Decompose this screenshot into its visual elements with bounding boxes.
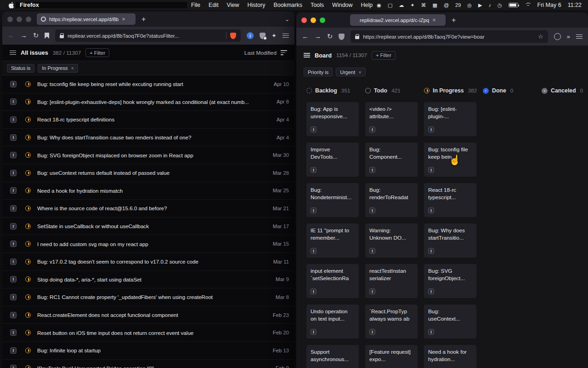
bookmark-icon[interactable] <box>45 33 49 39</box>
wifi-icon[interactable] <box>525 3 531 7</box>
add-filter-button[interactable]: + Filter <box>85 48 109 57</box>
back-button[interactable]: ← <box>302 33 309 40</box>
menubar-date[interactable]: Fri May 6 <box>537 2 561 8</box>
issue-row[interactable]: !Bug: Why does startTransition cause two… <box>2 129 294 147</box>
issue-row[interactable]: !Bug: [eslint-plugin-exhaustive-deps] ho… <box>2 93 294 111</box>
issue-row[interactable]: !Bug: v17.0.2 tag doesn't seem to corres… <box>2 253 294 271</box>
menubar-item-history[interactable]: History <box>243 2 269 8</box>
issue-row[interactable]: !Need a hook for hydration mismatchMar 2… <box>2 182 294 200</box>
command-icon[interactable]: ⌘ <box>421 2 426 8</box>
minimize-window-button[interactable] <box>17 17 22 22</box>
issue-row[interactable]: !Reset button on iOS time input does not… <box>2 324 294 342</box>
issue-card[interactable]: Warning: Unknown DO...! <box>365 224 418 258</box>
minimize-window-button[interactable] <box>311 17 316 23</box>
play-icon[interactable]: ▶ <box>478 2 482 8</box>
window-controls-inactive[interactable] <box>7 17 31 22</box>
issue-card[interactable]: Bug: Why does startTransitio...! <box>424 224 476 258</box>
add-filter-button[interactable]: + Filter <box>372 51 396 60</box>
issue-card[interactable]: `React.PropTyp always warns ab! <box>365 305 418 339</box>
issue-card[interactable]: Need a hook for hydration...! <box>424 345 476 368</box>
shield-badge-icon[interactable] <box>260 33 266 39</box>
browser-menu-icon[interactable] <box>576 34 582 39</box>
issue-row[interactable]: !React 18-rc typescript definitionsApr 4 <box>2 111 294 129</box>
issue-card[interactable]: Bug: App is unresponsive...! <box>306 102 359 136</box>
filter-value-chip[interactable]: Urgent × <box>336 68 365 76</box>
url-bar[interactable]: https://repliear.vercel.app/d/8bTaoq7F0e… <box>351 30 548 43</box>
issue-card[interactable]: Bug: useContext...! <box>424 305 476 339</box>
browser-tab[interactable]: https://repliear.vercel.app/d/8b × <box>37 13 136 25</box>
issue-card[interactable]: Support asynchronous...! <box>306 345 359 368</box>
sort-control[interactable]: Last Modified <box>244 50 287 56</box>
issue-card[interactable]: IE 11 "prompt to remember...! <box>306 224 359 258</box>
cloud-icon[interactable]: ☁ <box>399 2 404 8</box>
sort-icon[interactable] <box>281 50 287 55</box>
issue-card[interactable]: <video /> attribute...! <box>365 102 418 136</box>
menubar-item-tools[interactable]: Tools <box>306 2 328 8</box>
sparkle-icon[interactable]: ✦ <box>410 2 414 8</box>
issue-row[interactable]: ![DevTools Bug] Unsupported Bridge opera… <box>2 360 294 368</box>
issue-row[interactable]: !I need to add custom svg map on my reac… <box>2 235 294 253</box>
issue-row[interactable]: !Where is the source code of react@15.6.… <box>2 200 294 218</box>
clock-icon[interactable]: ◷ <box>498 2 502 8</box>
menubar-item-view[interactable]: View <box>223 2 243 8</box>
tab-close-icon[interactable]: × <box>432 17 436 23</box>
filter-field-chip[interactable]: Priority is <box>304 68 333 76</box>
tracking-protection-icon[interactable] <box>339 34 345 40</box>
filter-value-chip[interactable]: In Progress × <box>38 64 78 73</box>
display-icon[interactable]: ▢ <box>388 2 392 8</box>
bookmark-star-icon[interactable]: ☆ <box>538 33 543 40</box>
issue-row[interactable]: !Bug: Infinite loop at startupFeb 13 <box>2 342 294 360</box>
tab-close-icon[interactable]: × <box>122 16 125 23</box>
app-menu-icon[interactable] <box>10 51 16 55</box>
overflow-menu-icon[interactable]: » <box>567 33 570 40</box>
new-tab-button[interactable]: + <box>140 15 147 23</box>
menubar-time[interactable]: 11:22 <box>568 2 582 8</box>
at-icon[interactable]: @ <box>444 2 449 8</box>
close-window-button[interactable] <box>301 17 307 23</box>
window-controls-active[interactable] <box>301 17 325 23</box>
issue-row[interactable]: !Bug: RC1 Cannot create property '_updat… <box>2 288 294 306</box>
menubar-item-file[interactable]: File <box>187 2 204 8</box>
menubar-item-bookmarks[interactable]: Bookmarks <box>269 2 306 8</box>
reader-icon[interactable]: i <box>247 32 254 39</box>
browser-menu-icon[interactable] <box>283 34 289 38</box>
close-window-button[interactable] <box>7 17 13 22</box>
zoom-window-button[interactable] <box>26 17 31 22</box>
calendar-icon[interactable]: 29 <box>455 2 461 8</box>
issue-row[interactable]: !Bug: useContext returns default instead… <box>2 164 294 182</box>
issue-row[interactable]: !Bug: SVG foreignObject misplaced on bro… <box>2 146 294 164</box>
battery-icon[interactable] <box>509 3 518 7</box>
grid-icon[interactable]: ▦ <box>433 2 437 8</box>
remove-filter-icon[interactable]: × <box>358 69 361 75</box>
issue-card[interactable]: [Feature request] expo...! <box>365 345 418 368</box>
url-bar[interactable]: repliear.vercel.app/d/8bTaoq7F0e?statusF… <box>55 29 241 42</box>
issue-card[interactable]: Improve DevTools...! <box>306 143 359 177</box>
forward-button[interactable]: → <box>315 33 322 40</box>
issue-card[interactable]: Bug: Nondeterminist...! <box>306 183 359 217</box>
reload-button[interactable]: ↻ <box>33 32 39 39</box>
issue-row[interactable]: !Bug: tsconfig file keep being reset whi… <box>2 75 294 93</box>
issue-card[interactable]: input element `setSelectionRa! <box>306 264 359 298</box>
issue-row[interactable]: !SetState in useCallback or without useC… <box>2 218 294 236</box>
issue-row[interactable]: !React.createElement does not accept fun… <box>2 306 294 324</box>
app-menu-icon[interactable] <box>304 53 310 58</box>
brave-shield-icon[interactable] <box>230 33 236 39</box>
browser-tab[interactable]: replidraw2.vercel.app/d/c-iZpq × <box>350 14 446 26</box>
extensions-icon[interactable]: ✦ <box>271 32 277 39</box>
apple-menu-icon[interactable] <box>6 2 16 9</box>
target-icon[interactable]: ◎ <box>467 2 472 8</box>
issue-card[interactable]: Bug: renderToReadat! <box>365 183 418 217</box>
zoom-window-button[interactable] <box>320 17 325 23</box>
issue-row[interactable]: !Stop doing data-*, aria-*, start using … <box>2 271 294 289</box>
reload-button[interactable]: ↻ <box>327 33 333 40</box>
issue-card[interactable]: Undo operation on text input...! <box>306 305 359 339</box>
menubar-item-edit[interactable]: Edit <box>204 2 223 8</box>
tab-overflow-icon[interactable]: ⌄ <box>285 16 289 23</box>
remove-filter-icon[interactable]: × <box>71 65 74 71</box>
issue-card[interactable]: Bug: SVG foreignObject...! <box>424 264 476 298</box>
menubar-app-name[interactable]: Firefox <box>16 2 187 8</box>
menubar-item-window[interactable]: Window <box>328 2 356 8</box>
forward-button[interactable]: → <box>21 32 28 39</box>
record-icon[interactable]: ◉ <box>377 2 381 8</box>
menubar-item-help[interactable]: Help <box>357 2 377 8</box>
